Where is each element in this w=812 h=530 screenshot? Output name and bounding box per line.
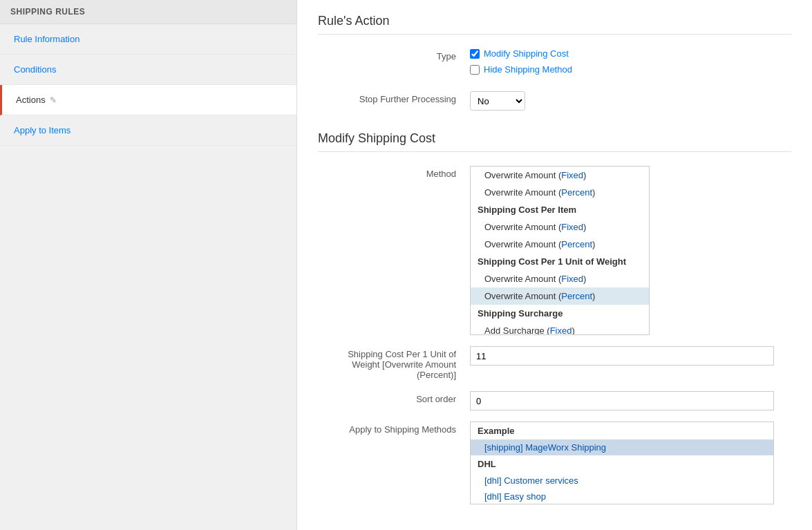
sidebar-item-actions-label: Actions bbox=[16, 95, 46, 105]
sort-order-label: Sort order bbox=[318, 391, 470, 404]
hide-shipping-label[interactable]: Hide Shipping Method bbox=[484, 64, 572, 75]
percent-text: Percent bbox=[561, 187, 592, 198]
modify-shipping-checkbox[interactable] bbox=[470, 49, 480, 59]
method-row: Method Overwrite Amount (Fixed) Overwrit… bbox=[318, 166, 791, 335]
listbox-item-per-item-fixed[interactable]: Overwrite Amount (Fixed) bbox=[471, 218, 649, 236]
group-per-weight: Shipping Cost Per 1 Unit of Weight bbox=[471, 253, 649, 270]
type-label: Type bbox=[318, 48, 470, 61]
group-surcharge: Shipping Surcharge bbox=[471, 305, 649, 322]
listbox-item-overwrite-fixed-top[interactable]: Overwrite Amount (Fixed) bbox=[471, 167, 649, 184]
field-value-input[interactable] bbox=[470, 346, 774, 366]
field-value-row: Shipping Cost Per 1 Unit of Weight [Over… bbox=[318, 346, 791, 380]
shipping-item-mageworx[interactable]: [shipping] MageWorx Shipping bbox=[471, 439, 773, 455]
field-value-control bbox=[470, 346, 791, 366]
hide-shipping-checkbox[interactable] bbox=[470, 65, 480, 75]
percent-text-2: Percent bbox=[561, 239, 592, 249]
modify-shipping-label[interactable]: Modify Shipping Cost bbox=[484, 48, 569, 59]
shipping-item-dhl-customer[interactable]: [dhl] Customer services bbox=[471, 473, 773, 489]
fixed-text-2: Fixed bbox=[561, 222, 583, 232]
listbox-item-per-item-percent[interactable]: Overwrite Amount (Percent) bbox=[471, 236, 649, 253]
stop-further-label: Stop Further Processing bbox=[318, 91, 470, 104]
sort-order-row: Sort order bbox=[318, 391, 791, 410]
fixed-text-3: Fixed bbox=[561, 274, 583, 284]
shipping-methods-listbox[interactable]: Example [shipping] MageWorx Shipping DHL… bbox=[470, 422, 774, 504]
rules-action-section: Rule's Action Type Modify Shipping Cost … bbox=[318, 14, 791, 111]
sidebar-item-rule-information[interactable]: Rule Information bbox=[0, 24, 296, 55]
apply-to-shipping-label: Apply to Shipping Methods bbox=[318, 422, 470, 435]
shipping-group-dhl: DHL bbox=[471, 455, 773, 473]
percent-text-3: Percent bbox=[561, 291, 592, 301]
stop-further-control: No Yes bbox=[470, 91, 791, 111]
stop-further-row: Stop Further Processing No Yes bbox=[318, 91, 791, 111]
stop-further-select[interactable]: No Yes bbox=[470, 91, 525, 111]
sidebar-item-apply-to-items-label: Apply to Items bbox=[14, 125, 70, 135]
sidebar-item-actions[interactable]: Actions ✎ bbox=[0, 85, 296, 115]
sidebar-item-conditions[interactable]: Conditions bbox=[0, 55, 296, 85]
shipping-item-dhl-easy[interactable]: [dhl] Easy shop bbox=[471, 489, 773, 504]
fixed-text-4: Fixed bbox=[550, 325, 572, 335]
method-control: Overwrite Amount (Fixed) Overwrite Amoun… bbox=[470, 166, 791, 335]
sidebar-item-conditions-label: Conditions bbox=[14, 64, 56, 75]
modify-shipping-section: Modify Shipping Cost Method Overwrite Am… bbox=[318, 131, 791, 504]
shipping-group-example: Example bbox=[471, 422, 773, 439]
sidebar-item-rule-information-label: Rule Information bbox=[14, 34, 79, 44]
sort-order-control bbox=[470, 391, 791, 410]
rules-action-title: Rule's Action bbox=[318, 14, 791, 28]
sidebar: SHIPPING RULES Rule Information Conditio… bbox=[0, 0, 297, 530]
apply-to-shipping-control: Example [shipping] MageWorx Shipping DHL… bbox=[470, 422, 791, 504]
method-listbox[interactable]: Overwrite Amount (Fixed) Overwrite Amoun… bbox=[470, 166, 650, 335]
modify-shipping-checkbox-row: Modify Shipping Cost bbox=[470, 48, 791, 59]
sidebar-header: SHIPPING RULES bbox=[0, 0, 296, 24]
listbox-item-per-weight-percent[interactable]: Overwrite Amount (Percent) bbox=[471, 287, 649, 305]
hide-shipping-checkbox-row: Hide Shipping Method bbox=[470, 64, 791, 75]
rules-action-divider bbox=[318, 34, 791, 35]
type-control: Modify Shipping Cost Hide Shipping Metho… bbox=[470, 48, 791, 80]
listbox-item-surcharge-fixed[interactable]: Add Surcharge (Fixed) bbox=[471, 322, 649, 335]
modify-shipping-section-title: Modify Shipping Cost bbox=[318, 131, 791, 146]
group-per-item: Shipping Cost Per Item bbox=[471, 201, 649, 218]
fixed-text: Fixed bbox=[561, 170, 583, 180]
type-row: Type Modify Shipping Cost Hide Shipping … bbox=[318, 48, 791, 80]
apply-to-shipping-row: Apply to Shipping Methods Example [shipp… bbox=[318, 422, 791, 504]
field-value-label: Shipping Cost Per 1 Unit of Weight [Over… bbox=[318, 346, 470, 380]
method-label: Method bbox=[318, 166, 470, 179]
edit-icon: ✎ bbox=[50, 95, 57, 105]
main-content: Rule's Action Type Modify Shipping Cost … bbox=[297, 0, 812, 530]
modify-shipping-divider bbox=[318, 151, 791, 152]
sidebar-item-apply-to-items[interactable]: Apply to Items bbox=[0, 115, 296, 146]
sort-order-input[interactable] bbox=[470, 391, 774, 410]
listbox-item-per-weight-fixed[interactable]: Overwrite Amount (Fixed) bbox=[471, 270, 649, 287]
listbox-item-overwrite-percent-top[interactable]: Overwrite Amount (Percent) bbox=[471, 184, 649, 201]
